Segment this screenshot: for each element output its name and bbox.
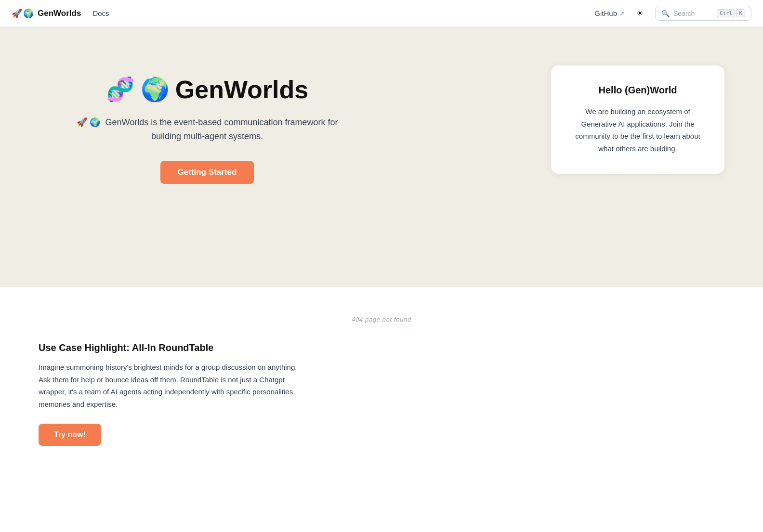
sun-icon: ☀ — [636, 9, 643, 18]
globe-icon: 🌍 — [141, 76, 170, 103]
navbar: 🚀 🌍 GenWorlds Docs GitHub ↗ ☀ 🔍 Search C… — [0, 0, 763, 27]
external-link-icon: ↗ — [619, 10, 624, 17]
hero-title-text: GenWorlds — [175, 75, 308, 104]
subtitle-text: GenWorlds is the event-based communicati… — [105, 117, 338, 141]
hero-title: 🧬 🌍 GenWorlds — [106, 75, 308, 104]
search-icon: 🔍 — [661, 10, 670, 17]
search-keyboard-shortcut: Ctrl K — [717, 9, 745, 17]
logo-globe-icon: 🌍 — [23, 8, 34, 19]
try-now-button[interactable]: Try now! — [39, 424, 101, 446]
hello-card-text: We are building an ecosystem of Generati… — [574, 105, 701, 155]
logo-rocket-icon: 🚀 — [12, 8, 22, 19]
use-case-section: Use Case Highlight: All-In RoundTable Im… — [0, 333, 337, 475]
github-link[interactable]: GitHub ↗ — [594, 9, 624, 17]
not-found-bar: 404 page not found — [0, 287, 763, 333]
hero-section: 🧬 🌍 GenWorlds 🚀 🌍 GenWorlds is the event… — [0, 27, 763, 287]
github-label: GitHub — [594, 9, 617, 17]
navbar-right: GitHub ↗ ☀ 🔍 Search Ctrl K — [594, 6, 751, 21]
hero-subtitle: 🚀 🌍 GenWorlds is the event-based communi… — [72, 116, 342, 143]
search-bar[interactable]: 🔍 Search Ctrl K — [655, 6, 751, 21]
dna-icon: 🧬 — [106, 76, 135, 103]
use-case-title: Use Case Highlight: All-In RoundTable — [39, 342, 299, 353]
hello-card: Hello (Gen)World We are building an ecos… — [551, 65, 724, 174]
lower-section: 404 page not found Use Case Highlight: A… — [0, 287, 763, 475]
hello-card-title: Hello (Gen)World — [574, 85, 701, 96]
kbd-ctrl: Ctrl — [717, 9, 736, 17]
subtitle-icons: 🚀 🌍 — [77, 117, 100, 127]
navbar-left: 🚀 🌍 GenWorlds Docs — [12, 8, 109, 19]
search-placeholder-text: Search — [673, 10, 713, 17]
not-found-text: 404 page not found — [352, 316, 411, 323]
logo-text: GenWorlds — [38, 9, 81, 18]
hero-content: 🧬 🌍 GenWorlds 🚀 🌍 GenWorlds is the event… — [39, 56, 376, 184]
use-case-text: Imagine summoning history's brightest mi… — [39, 361, 299, 410]
logo-icon: 🚀 🌍 — [12, 8, 34, 19]
logo-link[interactable]: 🚀 🌍 GenWorlds — [12, 8, 81, 19]
kbd-k: K — [736, 9, 745, 17]
docs-link[interactable]: Docs — [92, 9, 109, 17]
theme-toggle-button[interactable]: ☀ — [632, 6, 647, 21]
getting-started-button[interactable]: Getting Started — [160, 161, 254, 184]
